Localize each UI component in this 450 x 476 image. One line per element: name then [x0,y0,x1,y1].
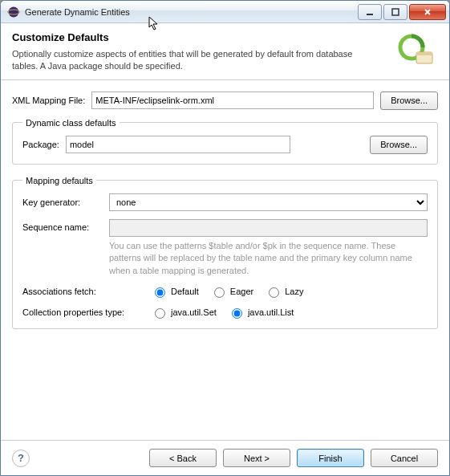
back-button[interactable]: < Back [149,449,217,467]
associations-fetch-label: Associations fetch: [22,287,143,296]
window-controls [358,4,446,20]
assoc-fetch-eager[interactable]: Eager [210,285,253,298]
collection-type-options: java.util.Set java.util.List [151,306,294,319]
finish-button[interactable]: Finish [297,449,364,467]
assoc-fetch-lazy[interactable]: Lazy [265,285,303,298]
coll-type-list[interactable]: java.util.List [228,306,294,319]
svg-rect-2 [367,14,373,15]
key-generator-label: Key generator: [22,197,103,207]
cancel-button[interactable]: Cancel [371,449,438,467]
help-button[interactable]: ? [12,450,30,467]
sequence-name-input [109,219,428,237]
dynamic-class-defaults-group: Dynamic class defaults Package: Browse..… [12,118,438,165]
associations-fetch-options: Default Eager Lazy [151,285,303,298]
titlebar: Generate Dynamic Entities [1,1,449,23]
mapping-defaults-legend: Mapping defaults [22,176,96,185]
svg-rect-3 [392,9,399,15]
svg-point-0 [9,6,19,17]
mapping-defaults-group: Mapping defaults Key generator: none Seq… [12,176,438,329]
wizard-footer: ? < Back Next > Finish Cancel [1,440,449,475]
minimize-button[interactable] [358,4,382,20]
page-title: Customize Defaults [12,31,387,43]
collection-type-label: Collection properties type: [22,307,143,317]
dynamic-class-defaults-legend: Dynamic class defaults [22,118,120,128]
wizard-window: Generate Dynamic Entities Customize Defa… [0,0,450,476]
wizard-header: Customize Defaults Optionally customize … [1,23,449,80]
close-button[interactable] [409,4,446,20]
xml-mapping-input[interactable] [91,92,374,109]
key-generator-select[interactable]: none [109,193,428,211]
window-title: Generate Dynamic Entities [25,7,130,17]
package-label: Package: [22,140,59,149]
xml-mapping-label: XML Mapping File: [12,96,85,105]
collection-type-row: Collection properties type: java.util.Se… [22,306,428,319]
assoc-fetch-default[interactable]: Default [151,285,199,298]
sequence-name-hint: You can use the patterns $table and/or $… [109,240,428,277]
wizard-body: XML Mapping File: Browse... Dynamic clas… [1,80,449,440]
wizard-banner-icon [393,31,438,68]
coll-type-set[interactable]: java.util.Set [151,306,217,319]
eclipse-icon [7,6,20,18]
associations-fetch-row: Associations fetch: Default Eager Lazy [22,285,428,298]
package-browse-button[interactable]: Browse... [370,136,428,154]
page-description: Optionally customize aspects of entities… [12,48,357,73]
maximize-button[interactable] [383,4,407,20]
xml-mapping-browse-button[interactable]: Browse... [380,92,438,110]
sequence-name-label: Sequence name: [22,219,103,232]
package-input[interactable] [66,136,290,153]
svg-rect-6 [416,52,432,55]
next-button[interactable]: Next > [223,449,290,467]
xml-mapping-row: XML Mapping File: Browse... [12,92,438,110]
